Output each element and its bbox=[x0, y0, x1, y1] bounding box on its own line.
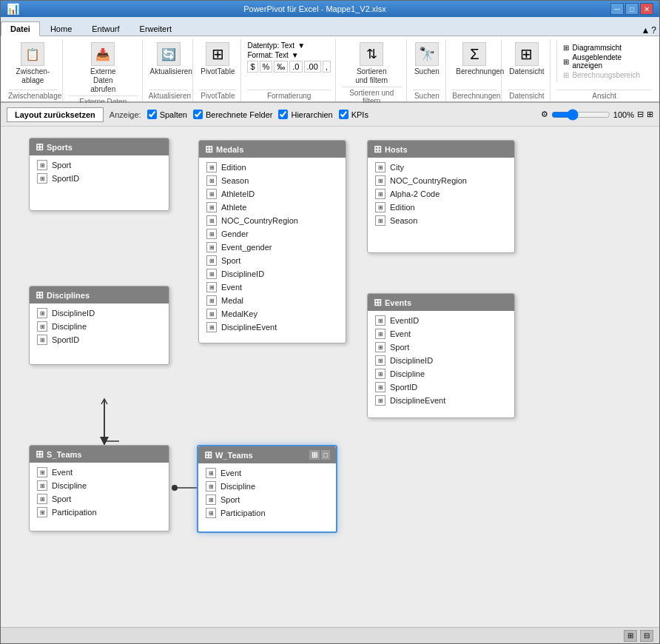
hierarchien-checkbox[interactable] bbox=[278, 110, 288, 119]
table-s-teams[interactable]: ⊞ S_Teams ⊞Event ⊞Discipline ⊞Sport ⊞Par… bbox=[29, 445, 169, 531]
field-icon: ⊞ bbox=[206, 309, 217, 319]
format-dropdown-icon[interactable]: ▼ bbox=[292, 51, 299, 59]
kpis-label: KPIs bbox=[351, 110, 368, 119]
aktualisieren-button[interactable]: 🔄 Aktualisieren bbox=[147, 41, 190, 78]
table-events[interactable]: ⊞ Events ⊞EventID ⊞Event ⊞Sport ⊞Discipl… bbox=[367, 293, 515, 418]
list-item: ⊞Medal bbox=[199, 294, 346, 307]
tab-datei[interactable]: Datei bbox=[1, 21, 40, 36]
table-sports[interactable]: ⊞ Sports ⊞ Sport ⊞ SportID bbox=[29, 138, 169, 211]
datentyp-dropdown-icon[interactable]: ▼ bbox=[297, 41, 305, 50]
minimize-button[interactable]: ─ bbox=[610, 3, 624, 15]
suchen-button[interactable]: 🔭 Suchen bbox=[411, 41, 442, 78]
table-disciplines[interactable]: ⊞ Disciplines ⊞ DisciplineID ⊞ Disciplin… bbox=[29, 286, 169, 365]
diagrammsicht-icon: ⊞ bbox=[563, 44, 569, 52]
status-diagram-icon[interactable]: ⊟ bbox=[640, 630, 653, 642]
field-icon: ⊞ bbox=[206, 215, 217, 226]
ribbon-tabs: Datei Home Entwurf Erweitert ▲ ? bbox=[1, 17, 659, 36]
comma-btn[interactable]: , bbox=[323, 61, 331, 73]
table-grid-icon: ⊞ bbox=[36, 141, 44, 152]
tab-erweitert[interactable]: Erweitert bbox=[130, 21, 181, 36]
sortieren-button[interactable]: ⇅ Sortierenund filtern bbox=[352, 41, 391, 87]
svg-point-3 bbox=[172, 485, 178, 491]
datasicht-icon: ⊞ bbox=[515, 42, 539, 66]
list-item: ⊞Discipline bbox=[198, 480, 336, 493]
berechnungsbereich-item[interactable]: ⊞ Berechnungsbereich bbox=[563, 71, 646, 79]
zoom-fit-icon[interactable]: ⊟ bbox=[637, 110, 644, 119]
reset-layout-button[interactable]: Layout zurücksetzen bbox=[7, 107, 104, 122]
field-icon: ⊞ bbox=[37, 321, 47, 332]
table-grid-icon: ⊞ bbox=[374, 297, 382, 308]
pivottable-button[interactable]: ⊞ PivotTable bbox=[198, 41, 238, 78]
zoom-actual-icon[interactable]: ⊞ bbox=[647, 110, 653, 119]
zwischenablage-label: Zwischen-ablage bbox=[16, 67, 50, 85]
spalten-checkbox-group: Spalten bbox=[147, 110, 187, 119]
ribbon-group-label-aktualisieren: Aktualisieren bbox=[149, 90, 189, 100]
decimal-add-btn[interactable]: .0 bbox=[289, 61, 302, 73]
table-disciplines-body: ⊞ DisciplineID ⊞ Discipline ⊞ SportID bbox=[30, 303, 169, 364]
tab-entwurf[interactable]: Entwurf bbox=[82, 21, 129, 36]
spalten-checkbox[interactable] bbox=[147, 110, 157, 119]
tab-home[interactable]: Home bbox=[41, 21, 81, 36]
berechnungen-button[interactable]: Σ Berechnungen bbox=[453, 41, 496, 78]
hierarchien-checkbox-group: Hierarchien bbox=[278, 110, 332, 119]
diagrammsicht-item[interactable]: ⊞ Diagrammsicht bbox=[563, 44, 646, 52]
berechnete-felder-checkbox-group: Berechnete Felder bbox=[193, 110, 273, 119]
spalten-label: Spalten bbox=[160, 110, 187, 119]
list-item: ⊞DisciplineID bbox=[368, 354, 514, 367]
table-medals-name: Medals bbox=[216, 145, 243, 154]
field-icon: ⊞ bbox=[206, 494, 216, 505]
table-events-name: Events bbox=[385, 298, 411, 307]
list-item: ⊞EventID bbox=[368, 314, 514, 327]
field-discipline: Discipline bbox=[52, 322, 87, 331]
ribbon-collapse-button[interactable]: ▲ bbox=[641, 25, 650, 36]
w-teams-icon2[interactable]: □ bbox=[321, 450, 330, 460]
table-medals[interactable]: ⊞ Medals ⊞Edition ⊞Season ⊞AthleteID ⊞At… bbox=[198, 140, 346, 343]
ausgeblendete-item[interactable]: ⊞ Ausgeblendete anzeigen bbox=[563, 53, 646, 70]
berechnete-felder-checkbox[interactable] bbox=[193, 110, 203, 119]
title-bar: 📊 PowerPivot für Excel - Mappe1_V2.xlsx … bbox=[1, 1, 659, 17]
table-w-teams-body: ⊞Event ⊞Discipline ⊞Sport ⊞Participation bbox=[198, 463, 336, 531]
externe-daten-button[interactable]: 📥 Externe Datenabrufen bbox=[81, 41, 124, 95]
field-icon: ⊞ bbox=[206, 175, 217, 186]
datensicht-button[interactable]: ⊞ Datensicht bbox=[506, 41, 547, 78]
table-hosts-header: ⊞ Hosts bbox=[368, 141, 514, 158]
ribbon-group-ansicht: ⊞ Diagrammsicht ⊞ Ausgeblendete anzeigen… bbox=[552, 39, 656, 101]
maximize-button[interactable]: □ bbox=[625, 3, 639, 15]
field-icon: ⊞ bbox=[37, 467, 47, 477]
percent-btn[interactable]: % bbox=[260, 61, 273, 73]
table-hosts[interactable]: ⊞ Hosts ⊞City ⊞NOC_CountryRegion ⊞Alpha-… bbox=[367, 140, 515, 253]
field-disciplineid: DisciplineID bbox=[52, 309, 95, 318]
table-w-teams[interactable]: ⊞ W_Teams ⊞ □ ⊞Event ⊞Discipline ⊞Sport … bbox=[197, 445, 337, 533]
close-button[interactable]: ✕ bbox=[640, 3, 653, 15]
list-item: ⊞NOC_CountryRegion bbox=[368, 174, 514, 187]
list-item: ⊞DisciplineEvent bbox=[368, 394, 514, 407]
list-item: ⊞ Sport bbox=[30, 158, 169, 172]
status-bar: ⊞ ⊟ bbox=[1, 627, 659, 643]
field-icon: ⊞ bbox=[206, 189, 217, 199]
list-item: ⊞Discipline bbox=[368, 367, 514, 380]
list-item: ⊞Season bbox=[368, 214, 514, 227]
table-sports-header: ⊞ Sports bbox=[30, 138, 169, 155]
table-hosts-name: Hosts bbox=[385, 145, 408, 154]
pivot-icon: ⊞ bbox=[206, 42, 229, 66]
kpis-checkbox[interactable] bbox=[339, 110, 348, 119]
field-icon: ⊞ bbox=[206, 481, 216, 492]
settings-icon[interactable]: ⚙ bbox=[541, 110, 548, 119]
ribbon-group-aktualisieren: 🔄 Aktualisieren Aktualisieren bbox=[144, 39, 194, 101]
external-data-icon: 📥 bbox=[91, 42, 115, 66]
zwischenablage-button[interactable]: 📋 Zwischen-ablage bbox=[13, 41, 53, 87]
field-icon: ⊞ bbox=[375, 315, 385, 326]
list-item: ⊞ SportID bbox=[30, 333, 169, 346]
field-icon: ⊞ bbox=[206, 162, 217, 172]
dollar-btn[interactable]: $ bbox=[247, 61, 257, 73]
list-item: ⊞ DisciplineID bbox=[30, 306, 169, 320]
ausgeblendete-icon: ⊞ bbox=[563, 58, 569, 66]
ribbon-help-button[interactable]: ? bbox=[651, 25, 656, 36]
decimal-remove-btn[interactable]: .00 bbox=[304, 61, 321, 73]
ribbon-group-datensicht: ⊞ Datensicht Datensicht bbox=[503, 39, 550, 101]
zoom-slider[interactable] bbox=[551, 109, 610, 121]
permille-btn[interactable]: ‰ bbox=[274, 61, 288, 73]
status-grid-icon[interactable]: ⊞ bbox=[624, 630, 637, 642]
list-item: ⊞SportID bbox=[368, 380, 514, 394]
w-teams-icon1[interactable]: ⊞ bbox=[309, 450, 320, 460]
